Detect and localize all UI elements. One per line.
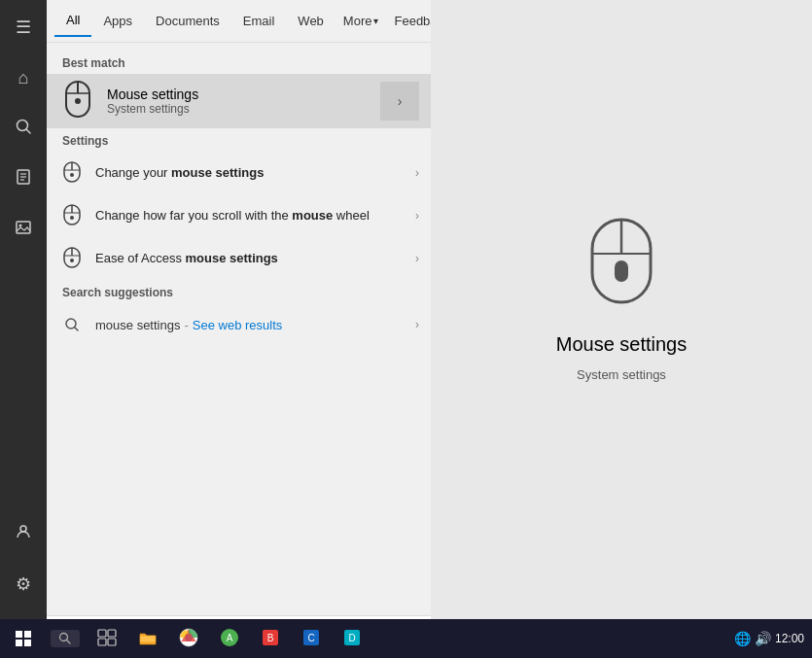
pictures-icon <box>15 219 32 241</box>
svg-text:C: C <box>307 633 314 643</box>
tab-all[interactable]: All <box>54 5 91 37</box>
svg-rect-34 <box>16 631 22 638</box>
preview-content: Mouse settings System settings <box>556 0 688 597</box>
home-icon: ⌂ <box>18 68 29 88</box>
web-search-icon <box>58 311 86 338</box>
taskbar-search-area[interactable] <box>51 630 80 647</box>
svg-rect-43 <box>108 639 116 645</box>
preview-subtitle: System settings <box>577 367 666 382</box>
result-item-0[interactable]: Change your mouse settings › <box>47 152 431 194</box>
svg-point-20 <box>70 216 74 220</box>
tab-more[interactable]: More ▾ <box>335 6 387 36</box>
sidebar-pictures[interactable] <box>0 206 47 253</box>
tab-email[interactable]: Email <box>231 6 287 36</box>
tab-documents[interactable]: Documents <box>144 6 231 36</box>
preview-title: Mouse settings <box>556 333 688 356</box>
suggestions-section-label: Search suggestions <box>47 280 431 303</box>
tab-apps[interactable]: Apps <box>91 6 144 36</box>
settings-icon: ⚙ <box>16 573 31 595</box>
search-panel: All Apps Documents Email Web More ▾ Feed… <box>47 0 431 658</box>
sidebar-settings[interactable]: ⚙ <box>0 561 47 607</box>
best-match-subtitle: System settings <box>107 102 380 116</box>
svg-point-24 <box>70 259 74 262</box>
best-match-text: Mouse settings System settings <box>107 87 380 116</box>
mouse-icon-0 <box>58 159 86 187</box>
taskbar: A B C D 🌐 🔊 12:00 <box>0 619 812 658</box>
best-match-title: Mouse settings <box>107 87 380 102</box>
sidebar-search[interactable] <box>0 105 47 152</box>
taskbar-app-green[interactable]: A <box>210 619 249 658</box>
tab-web[interactable]: Web <box>286 6 335 36</box>
result-arrow-2: › <box>415 252 419 265</box>
suggestion-item-0[interactable]: mouse settings-See web results › <box>47 303 431 346</box>
hamburger-icon: ☰ <box>16 17 31 38</box>
tabs-bar: All Apps Documents Email Web More ▾ Feed… <box>47 0 431 43</box>
taskbar-tray-icons: 🌐 🔊 <box>734 631 771 646</box>
best-match-label: Best match <box>47 51 431 74</box>
svg-point-12 <box>75 98 81 104</box>
best-match-item[interactable]: Mouse settings System settings › <box>47 74 431 128</box>
result-text-1: Change how far you scroll with the mouse… <box>95 208 407 225</box>
best-match-arrow: › <box>380 82 419 121</box>
result-arrow-1: › <box>415 209 419 223</box>
mouse-icon-2 <box>58 245 86 272</box>
sidebar: ☰ ⌂ <box>0 0 47 658</box>
svg-text:A: A <box>227 633 233 643</box>
sidebar-user[interactable] <box>0 510 47 557</box>
mouse-icon-1 <box>58 202 86 229</box>
taskbar-time: 12:00 <box>775 632 804 645</box>
svg-point-16 <box>70 173 74 177</box>
svg-rect-36 <box>16 640 22 646</box>
svg-rect-41 <box>108 630 116 637</box>
svg-rect-32 <box>615 260 628 282</box>
documents-icon <box>15 168 32 190</box>
svg-line-39 <box>67 641 71 644</box>
svg-rect-35 <box>24 631 31 638</box>
volume-icon[interactable]: 🔊 <box>755 631 771 646</box>
network-icon[interactable]: 🌐 <box>734 631 751 646</box>
taskbar-app-blue[interactable]: C <box>292 619 331 658</box>
result-text-2: Ease of Access mouse settings <box>95 251 407 267</box>
result-item-1[interactable]: Change how far you scroll with the mouse… <box>47 194 431 237</box>
svg-rect-40 <box>98 630 106 637</box>
suggestion-text-0: mouse settings-See web results <box>95 318 407 332</box>
sidebar-hamburger[interactable]: ☰ <box>0 4 47 51</box>
taskbar-tray: 🌐 🔊 12:00 <box>734 631 812 646</box>
result-arrow-0: › <box>415 166 419 180</box>
svg-rect-42 <box>98 639 106 645</box>
preview-mouse-svg <box>583 215 660 322</box>
sidebar-documents[interactable] <box>0 156 47 202</box>
suggestion-arrow-0: › <box>415 318 419 331</box>
taskbar-multiview[interactable] <box>88 619 126 658</box>
taskbar-app-cyan[interactable]: D <box>333 619 371 658</box>
search-icon <box>15 118 32 140</box>
svg-line-1 <box>26 129 30 133</box>
taskbar-file-explorer[interactable] <box>128 619 167 658</box>
taskbar-app-red[interactable]: B <box>251 619 290 658</box>
result-text-0: Change your mouse settings <box>95 165 407 182</box>
best-match-icon <box>58 82 97 121</box>
svg-rect-37 <box>24 640 31 646</box>
svg-line-26 <box>75 328 79 331</box>
result-item-2[interactable]: Ease of Access mouse settings › <box>47 237 431 280</box>
settings-section-label: Settings <box>47 128 431 152</box>
taskbar-start-button[interactable] <box>0 619 47 658</box>
svg-rect-6 <box>17 222 30 233</box>
sidebar-home[interactable]: ⌂ <box>0 54 47 101</box>
preview-panel: Mouse settings System settings Open <box>431 0 812 658</box>
taskbar-chrome[interactable] <box>169 619 208 658</box>
taskbar-app-items: A B C D <box>88 619 371 658</box>
svg-point-7 <box>19 224 22 226</box>
svg-text:D: D <box>348 633 355 643</box>
results-list: Best match Mouse settings System setting… <box>47 43 431 615</box>
svg-point-8 <box>20 526 26 532</box>
user-icon <box>15 523 32 545</box>
svg-text:B: B <box>267 633 274 643</box>
